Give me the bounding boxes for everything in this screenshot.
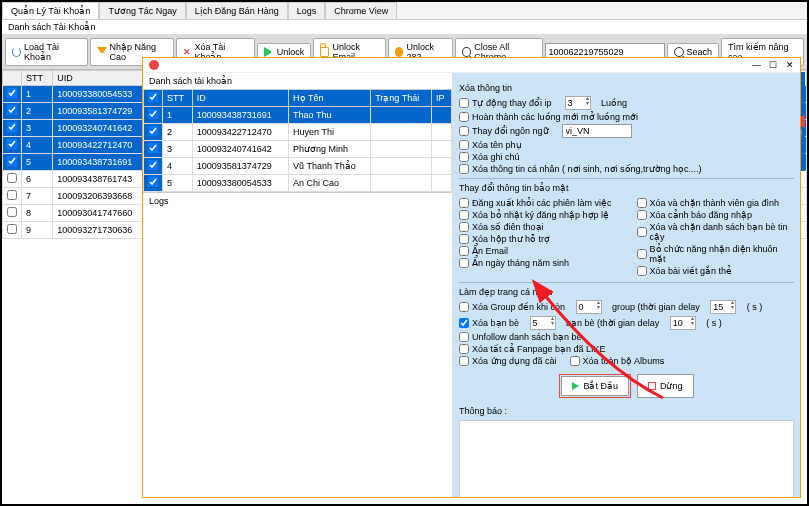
download-icon	[97, 47, 107, 57]
section-beautify: Làm đẹp trang cá nhân	[459, 287, 794, 297]
hide-birthday-checkbox[interactable]: Ẩn ngày tháng năm sinh	[459, 258, 569, 268]
threads-spinner[interactable]: 3	[565, 96, 591, 110]
play-icon	[264, 47, 274, 57]
block-family-checkbox[interactable]: Xóa và chặn thành viên gia đình	[637, 198, 780, 208]
tab-chrome[interactable]: Chrome View	[325, 2, 397, 19]
tab-schedule[interactable]: Lịch Đăng Bán Hàng	[186, 2, 288, 19]
main-tabs: Quản Lý Tài Khoản Tương Tác Ngay Lịch Đă…	[2, 2, 807, 20]
user-icon	[395, 47, 404, 57]
unlike-pages-checkbox[interactable]: Xóa tất cả Fanpage bạn đã LIKE	[459, 344, 606, 354]
table-row[interactable]: 1100093438731691Thao Thu	[144, 107, 452, 124]
logout-sessions-checkbox[interactable]: Đăng xuất khỏi các phiên làm việc	[459, 198, 612, 208]
group-delay-spinner[interactable]: 15	[710, 300, 736, 314]
group-count-spinner[interactable]: 0	[576, 300, 602, 314]
maximize-button[interactable]: ☐	[769, 60, 777, 70]
change-lang-checkbox[interactable]: Thay đổi ngôn ngữ	[459, 126, 549, 136]
clear-login-log-checkbox[interactable]: Xóa bỏ nhật ký đăng nhập hợp lệ	[459, 210, 609, 220]
section-security: Thay đổi thông tin bảo mật	[459, 183, 794, 193]
delete-tagged-checkbox[interactable]: Xóa bài viết gắn thẻ	[637, 266, 733, 276]
delete-support-inbox-checkbox[interactable]: Xóa hộp thư hỗ trợ	[459, 234, 550, 244]
delete-group-checkbox[interactable]: Xóa Group đến khi còn	[459, 302, 565, 312]
stop-icon	[648, 382, 656, 390]
x-icon: ✕	[183, 47, 192, 57]
delete-albums-checkbox[interactable]: Xóa toàn bộ Albums	[570, 356, 665, 366]
subheader: Danh sách Tài Khoản	[2, 20, 807, 35]
list-title: Danh sách tài khoản	[143, 73, 452, 89]
window-controls: — ☐ ✕	[746, 60, 794, 70]
table-row[interactable]: 2100093422712470Huyen Thi	[144, 124, 452, 141]
block-trusted-checkbox[interactable]: Xóa và chặn danh sách bạn bè tin cậy	[637, 222, 795, 242]
settings-dialog: — ☐ ✕ Danh sách tài khoản STTIDHọ TênTrạ…	[142, 57, 801, 498]
table-row[interactable]: 4100093581374729Vũ Thanh Thảo	[144, 158, 452, 175]
section-delete-info: Xóa thông tin	[459, 83, 794, 93]
auto-ip-checkbox[interactable]: Tự động thay đổi ip	[459, 98, 552, 108]
language-input[interactable]	[562, 124, 632, 138]
notification-box	[459, 420, 794, 497]
delete-personal-checkbox[interactable]: Xóa thông tin cá nhân ( nơi sinh, nơi số…	[459, 164, 702, 174]
play-icon	[572, 382, 579, 390]
unfollow-checkbox[interactable]: Unfollow danh sách bạn bè	[459, 332, 582, 342]
delete-login-alert-checkbox[interactable]: Xóa cảnh báo đăng nhập	[637, 210, 753, 220]
table-row[interactable]: 3100093240741642Phương Minh	[144, 141, 452, 158]
selected-accounts-table[interactable]: STTIDHọ TênTrạng TháiIP 1100093438731691…	[143, 89, 452, 192]
minimize-button[interactable]: —	[752, 60, 761, 70]
search-icon	[674, 47, 684, 57]
hide-email-checkbox[interactable]: Ẩn Email	[459, 246, 508, 256]
close-button[interactable]: ✕	[786, 60, 794, 70]
start-button[interactable]: Bắt Đầu	[561, 376, 629, 396]
delete-apps-checkbox[interactable]: Xóa ứng dụng đã cài	[459, 356, 557, 366]
stop-button[interactable]: Dừng	[637, 374, 694, 398]
delete-note-checkbox[interactable]: Xóa ghi chú	[459, 152, 520, 162]
delete-friends-checkbox[interactable]: Xóa bạn bè	[459, 318, 519, 328]
delete-alias-checkbox[interactable]: Xóa tên phụ	[459, 140, 522, 150]
refresh-icon	[12, 47, 21, 57]
load-button[interactable]: Load Tài Khoản	[5, 38, 88, 66]
tab-interact[interactable]: Tương Tác Ngay	[99, 2, 185, 19]
unlock-icon	[320, 47, 329, 57]
search-icon	[462, 47, 471, 57]
disable-face-checkbox[interactable]: Bỏ chức năng nhận diện khuôn mặt	[637, 244, 795, 264]
logs-panel: Logs	[143, 192, 452, 497]
complete-threads-checkbox[interactable]: Hoàn thành các luồng mới mở luồng mới	[459, 112, 638, 122]
select-all-checkbox[interactable]	[148, 92, 158, 102]
delete-phone-checkbox[interactable]: Xóa số điên thoại	[459, 222, 544, 232]
friend-delay-spinner[interactable]: 10	[670, 316, 696, 330]
friend-count-spinner[interactable]: 5	[530, 316, 556, 330]
notification-label: Thông báo :	[459, 406, 794, 416]
table-row[interactable]: 5100093380054533An Chi Cao	[144, 175, 452, 192]
tab-accounts[interactable]: Quản Lý Tài Khoản	[2, 2, 99, 19]
dialog-indicator-icon	[149, 60, 159, 70]
tab-logs[interactable]: Logs	[288, 2, 326, 19]
